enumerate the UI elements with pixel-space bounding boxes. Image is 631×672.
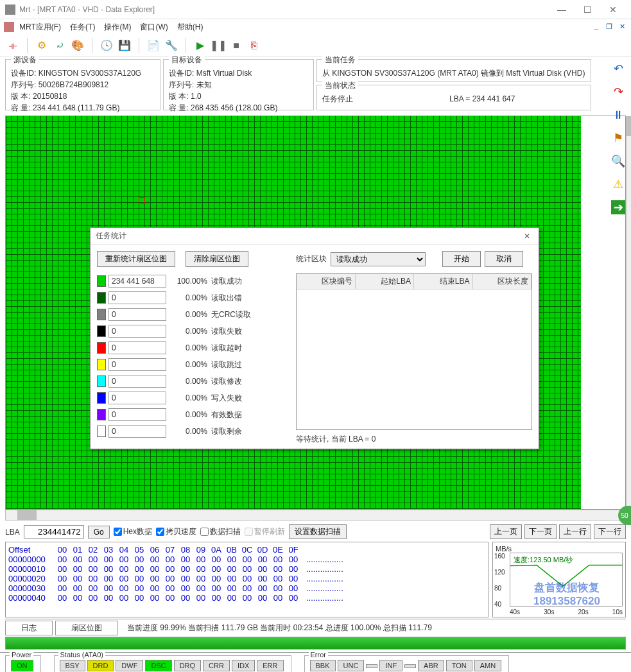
th-id[interactable]: 区块编号 xyxy=(297,274,356,289)
cb-scan[interactable]: 数据扫描 xyxy=(200,526,241,537)
mdi-controls: _ ❐ ✕ xyxy=(591,22,627,31)
toolbar-doc-icon[interactable]: 📄 xyxy=(146,38,161,53)
dst-cap: 容 量: 268 435 456 (128.00 GB) xyxy=(169,102,308,114)
stat-pct: 0.00% xyxy=(170,293,207,302)
stat-swatch xyxy=(97,426,106,437)
speed-chart: MB/s 160 120 80 40 速度:123.50 MB/秒 盘首数据恢复… xyxy=(492,542,626,617)
dst-id: 设备ID: Msft Virtual Disk xyxy=(169,67,308,79)
stat-swatch xyxy=(97,309,106,320)
panel-source-title: 源设备 xyxy=(11,55,39,65)
side-undo-icon[interactable]: ↶ xyxy=(611,62,625,76)
stat-label: 无CRC读取 xyxy=(211,309,251,320)
go-button[interactable]: Go xyxy=(88,526,110,538)
led-err: TON xyxy=(446,660,472,671)
status-group: Status (ATA0) BSYDRDDWFDSCDRQCRRIDXERR xyxy=(54,655,291,672)
toolbar-clock-icon[interactable]: 🕓 xyxy=(99,38,114,53)
prev-row-button[interactable]: 上一行 xyxy=(559,524,591,539)
stat-pct: 100.00% xyxy=(170,277,207,286)
dst-serial: 序列号: 未知 xyxy=(169,79,308,90)
clear-button[interactable]: 清除扇区位图 xyxy=(186,251,248,267)
cb-copy[interactable]: 拷贝速度 xyxy=(156,526,196,537)
toolbar-play-icon[interactable]: ▶ xyxy=(193,38,208,53)
panel-dest: 目标设备 设备ID: Msft Virtual Disk 序列号: 未知 版 本… xyxy=(163,59,314,110)
start-button[interactable]: 开始 xyxy=(442,251,481,267)
src-ver: 版 本: 20150818 xyxy=(11,90,155,102)
stat-label: 读取剩余 xyxy=(211,426,242,437)
lba-input[interactable] xyxy=(24,525,84,538)
stat-pct: 0.00% xyxy=(170,410,207,419)
progress-text: 当前进度 99.99% 当前扫描 111.79 GB 当前用时 00:23:54… xyxy=(127,623,626,633)
th-end[interactable]: 结束LBA xyxy=(414,274,473,289)
led-err: BBK xyxy=(310,660,336,671)
side-redo-icon[interactable]: ↷ xyxy=(611,85,625,99)
cancel-button[interactable]: 取消 xyxy=(485,251,523,267)
toolbar-gear-icon[interactable]: ⚙ xyxy=(34,38,49,53)
stat-pct: 0.00% xyxy=(170,310,207,319)
block-table[interactable]: 区块编号 起始LBA 结束LBA 区块长度 xyxy=(296,273,532,430)
panel-dest-title: 目标设备 xyxy=(169,55,205,65)
prev-page-button[interactable]: 上一页 xyxy=(490,524,522,539)
stat-pct: 0.00% xyxy=(170,427,207,436)
block-select[interactable]: 读取成功 xyxy=(331,252,426,266)
speed-unit: MB/s xyxy=(496,545,623,553)
panel-source: 源设备 设备ID: KINGSTON SV300S37A120G 序列号: 50… xyxy=(5,59,160,110)
mdi-close-button[interactable]: ✕ xyxy=(617,22,627,31)
stat-swatch xyxy=(97,375,106,387)
next-row-button[interactable]: 下一行 xyxy=(594,524,626,539)
stat-pct: 0.00% xyxy=(170,360,207,369)
maximize-button[interactable]: ☐ xyxy=(575,0,600,19)
error-group: Error BBKUNCINFABRTONAMN xyxy=(304,655,510,672)
map-hscrollbar[interactable] xyxy=(5,510,626,521)
led-err: AMN xyxy=(474,660,501,671)
side-pause-icon[interactable]: ⏸ xyxy=(611,108,625,122)
src-id: 设备ID: KINGSTON SV300S37A120G xyxy=(11,67,155,79)
toolbar-stop-icon[interactable]: ■ xyxy=(229,38,244,53)
toolbar-palette-icon[interactable]: 🎨 xyxy=(70,38,85,53)
minimize-button[interactable]: — xyxy=(549,0,575,19)
stat-label: 有效数据 xyxy=(211,409,242,420)
stat-value: 0 xyxy=(108,408,166,421)
power-group: Power ON xyxy=(5,655,41,672)
menu-op[interactable]: 操作(M) xyxy=(104,22,131,33)
mdi-min-button[interactable]: _ xyxy=(591,22,601,31)
watermark: 盘首数据恢复 18913587620 xyxy=(512,581,621,608)
menu-app[interactable]: MRT应用(F) xyxy=(19,22,61,33)
menu-task[interactable]: 任务(T) xyxy=(70,22,95,33)
next-page-button[interactable]: 下一页 xyxy=(524,524,557,539)
src-cap: 容 量: 234 441 648 (111.79 GB) xyxy=(11,102,155,114)
stat-label: 读取修改 xyxy=(211,376,242,387)
stat-swatch xyxy=(97,342,106,354)
cb-pause[interactable]: 暂停刷新 xyxy=(245,526,285,537)
led-drq: DRQ xyxy=(174,660,201,671)
toolbar-device-icon[interactable]: ⟛ xyxy=(5,38,21,53)
cb-hex[interactable]: Hex数据 xyxy=(114,526,152,537)
th-start[interactable]: 起始LBA xyxy=(356,274,415,289)
mdi-restore-button[interactable]: ❐ xyxy=(604,22,614,31)
menu-help[interactable]: 帮助(H) xyxy=(177,22,203,33)
toolbar-refresh-icon[interactable]: ⤾ xyxy=(52,38,67,53)
toolbar-pause-icon[interactable]: ❚❚ xyxy=(211,38,226,53)
app-menu-icon[interactable] xyxy=(4,22,14,32)
set-scan-button[interactable]: 设置数据扫描 xyxy=(289,524,347,539)
lower-panel: LBA Go Hex数据 拷贝速度 数据扫描 暂停刷新 设置数据扫描 上一页 下… xyxy=(0,521,631,650)
state-lba: LBA = 234 441 647 xyxy=(449,93,515,105)
side-search-icon[interactable]: 🔍 xyxy=(611,154,625,168)
side-next-icon[interactable]: ➔ xyxy=(611,200,625,214)
hex-view[interactable]: Offset 000102030405060708090A0B0C0D0E0F … xyxy=(5,542,488,617)
led-err: INF xyxy=(379,660,402,671)
dialog-close-button[interactable]: ✕ xyxy=(521,232,533,241)
side-warn-icon[interactable]: ⚠ xyxy=(611,177,625,191)
led-err: UNC xyxy=(338,660,365,671)
toolbar-save-icon[interactable]: 💾 xyxy=(117,38,132,53)
src-serial: 序列号: 50026B724B909812 xyxy=(11,79,155,90)
menu-win[interactable]: 窗口(W) xyxy=(140,22,168,33)
toolbar-hammer-icon[interactable]: 🔧 xyxy=(164,38,179,53)
tab-map[interactable]: 扇区位图 xyxy=(55,621,118,635)
toolbar-exit-icon[interactable]: ⎘ xyxy=(246,38,262,53)
tab-log[interactable]: 日志 xyxy=(5,621,53,635)
close-button[interactable]: ✕ xyxy=(600,0,626,19)
recalc-button[interactable]: 重新统计扇区位图 xyxy=(97,251,175,267)
led-on: ON xyxy=(11,660,33,671)
th-len[interactable]: 区块长度 xyxy=(473,274,532,289)
side-flag-icon[interactable]: ⚑ xyxy=(611,131,625,145)
